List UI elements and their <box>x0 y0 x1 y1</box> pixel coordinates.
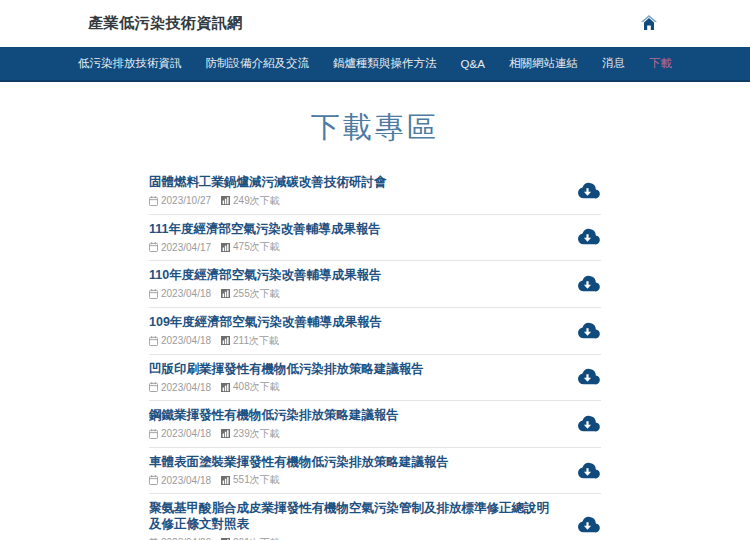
cloud-download-icon <box>574 188 601 203</box>
download-count-text: 239次下載 <box>233 427 280 441</box>
site-header: 產業低污染技術資訊網 <box>0 0 750 47</box>
download-meta: 2023/04/18 551次下載 <box>149 473 551 487</box>
home-icon <box>641 15 657 30</box>
download-meta: 2023/04/18 408次下載 <box>149 380 551 394</box>
download-count-icon <box>221 429 230 438</box>
cloud-download-icon <box>574 328 601 343</box>
download-count-icon <box>221 196 230 205</box>
download-meta: 2023/10/27 249次下載 <box>149 194 551 208</box>
date-text: 2023/04/18 <box>161 475 211 486</box>
download-title-link[interactable]: 固體燃料工業鍋爐減污減碳改善技術研討會 <box>149 175 551 191</box>
cloud-download-icon <box>574 282 601 297</box>
calendar-icon <box>149 196 158 206</box>
list-item: 固體燃料工業鍋爐減污減碳改善技術研討會 2023/10/27 <box>149 168 601 215</box>
download-button[interactable] <box>574 321 601 340</box>
calendar-icon <box>149 336 158 346</box>
count-group: 551次下載 <box>221 473 280 487</box>
nav-item[interactable]: 防制設備介紹及交流 <box>206 56 310 71</box>
home-button[interactable] <box>640 13 658 31</box>
download-page: 下載專區 固體燃料工業鍋爐減污減碳改善技術研討會 2023/10/27 <box>149 108 601 540</box>
count-group: 249次下載 <box>221 194 280 208</box>
nav-item[interactable]: 低污染排放技術資訊 <box>78 56 182 71</box>
date-group: 2023/04/18 <box>149 475 211 486</box>
list-item: 聚氨基甲酸脂合成皮業揮發性有機物空氣污染管制及排放標準修正總說明及修正條文對照表… <box>149 494 601 540</box>
download-count-text: 551次下載 <box>233 473 280 487</box>
download-title-link[interactable]: 110年度經濟部空氣污染改善輔導成果報告 <box>149 268 551 284</box>
download-title-link[interactable]: 111年度經濟部空氣污染改善輔導成果報告 <box>149 222 551 238</box>
list-item: 111年度經濟部空氣污染改善輔導成果報告 2023/04/17 <box>149 215 601 262</box>
download-title-link[interactable]: 鋼鐵業揮發性有機物低污染排放策略建議報告 <box>149 408 551 424</box>
count-group: 255次下載 <box>221 287 280 301</box>
nav-item[interactable]: Q&A <box>461 58 485 70</box>
count-group: 261次下載 <box>221 536 280 540</box>
date-text: 2023/04/18 <box>161 382 211 393</box>
download-button[interactable] <box>574 516 601 535</box>
download-meta: 2023/04/18 211次下載 <box>149 334 551 348</box>
download-count-text: 255次下載 <box>233 287 280 301</box>
download-count-icon <box>221 383 230 392</box>
download-button[interactable] <box>574 181 601 200</box>
download-button[interactable] <box>574 228 601 247</box>
download-title-link[interactable]: 凹版印刷業揮發性有機物低污染排放策略建議報告 <box>149 362 551 378</box>
cloud-download-icon <box>574 375 601 390</box>
site-title: 產業低污染技術資訊網 <box>88 14 243 33</box>
calendar-icon <box>149 289 158 299</box>
download-button[interactable] <box>574 368 601 387</box>
page-title: 下載專區 <box>149 108 601 148</box>
download-count-icon <box>221 243 230 252</box>
date-group: 2023/04/17 <box>149 242 211 253</box>
list-item: 110年度經濟部空氣污染改善輔導成果報告 2023/04/18 <box>149 261 601 308</box>
nav-item[interactable]: 相關網站連結 <box>509 56 578 71</box>
date-group: 2023/04/18 <box>149 428 211 439</box>
nav-item[interactable]: 消息 <box>602 56 625 71</box>
list-item: 車體表面塗裝業揮發性有機物低污染排放策略建議報告 2023/04/18 <box>149 448 601 495</box>
download-count-text: 475次下載 <box>233 240 280 254</box>
list-item: 凹版印刷業揮發性有機物低污染排放策略建議報告 2023/04/18 <box>149 355 601 402</box>
date-text: 2023/04/17 <box>161 242 211 253</box>
count-group: 211次下載 <box>221 334 279 348</box>
date-group: 2023/04/18 <box>149 382 211 393</box>
nav-item[interactable]: 鍋爐種類與操作方法 <box>333 56 437 71</box>
cloud-download-icon <box>574 421 601 436</box>
download-count-icon <box>221 289 230 298</box>
list-item: 鋼鐵業揮發性有機物低污染排放策略建議報告 2023/04/18 <box>149 401 601 448</box>
download-count-icon <box>221 476 230 485</box>
calendar-icon <box>149 382 158 392</box>
download-meta: 2023/04/18 255次下載 <box>149 287 551 301</box>
list-item: 109年度經濟部空氣污染改善輔導成果報告 2023/04/18 <box>149 308 601 355</box>
cloud-download-icon <box>574 523 601 538</box>
count-group: 239次下載 <box>221 427 280 441</box>
download-button[interactable] <box>574 275 601 294</box>
download-meta: 2023/04/17 475次下載 <box>149 240 551 254</box>
date-text: 2023/04/18 <box>161 288 211 299</box>
count-group: 475次下載 <box>221 240 280 254</box>
date-text: 2023/10/27 <box>161 195 211 206</box>
calendar-icon <box>149 475 158 485</box>
date-group: 2023/10/27 <box>149 195 211 206</box>
cloud-download-icon <box>574 235 601 250</box>
calendar-icon <box>149 242 158 252</box>
download-count-icon <box>221 336 230 345</box>
download-meta: 2023/04/18 239次下載 <box>149 427 551 441</box>
date-text: 2023/04/18 <box>161 428 211 439</box>
download-meta: 2023/04/26 261次下載 <box>149 536 551 540</box>
download-title-link[interactable]: 車體表面塗裝業揮發性有機物低污染排放策略建議報告 <box>149 455 551 471</box>
download-count-text: 211次下載 <box>233 334 279 348</box>
date-group: 2023/04/18 <box>149 288 211 299</box>
download-button[interactable] <box>574 461 601 480</box>
cloud-download-icon <box>574 468 601 483</box>
download-button[interactable] <box>574 414 601 433</box>
calendar-icon <box>149 429 158 439</box>
download-list: 固體燃料工業鍋爐減污減碳改善技術研討會 2023/10/27 <box>149 168 601 540</box>
download-count-text: 408次下載 <box>233 380 280 394</box>
date-group: 2023/04/18 <box>149 335 211 346</box>
download-title-link[interactable]: 109年度經濟部空氣污染改善輔導成果報告 <box>149 315 551 331</box>
main-nav: 低污染排放技術資訊防制設備介紹及交流鍋爐種類與操作方法Q&A相關網站連結消息下載 <box>0 47 750 82</box>
download-count-text: 261次下載 <box>233 536 280 540</box>
nav-item[interactable]: 下載 <box>649 56 672 71</box>
date-text: 2023/04/18 <box>161 335 211 346</box>
download-title-link[interactable]: 聚氨基甲酸脂合成皮業揮發性有機物空氣污染管制及排放標準修正總說明及修正條文對照表 <box>149 501 551 532</box>
count-group: 408次下載 <box>221 380 280 394</box>
download-count-text: 249次下載 <box>233 194 280 208</box>
